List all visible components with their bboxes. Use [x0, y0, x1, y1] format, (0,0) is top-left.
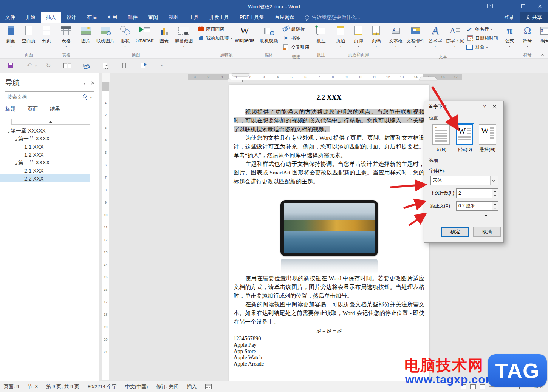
navigation-tab[interactable]: 页面 [28, 106, 45, 113]
doc-paragraph-selected[interactable]: 视频提供了功能强大的方法帮助您证明您的观点。当您单击联机视频时，可以在想要添加的… [234, 108, 424, 134]
font-select[interactable]: 宋体 [430, 176, 498, 185]
page-break-button[interactable]: 分页 [38, 23, 55, 44]
dialog-help-button[interactable]: ? [480, 104, 489, 109]
maximize-button[interactable] [515, 0, 531, 12]
text-box-button[interactable]: 文本框 [387, 23, 404, 47]
search-input[interactable] [5, 94, 82, 100]
ribbon-tab[interactable]: 视图 [163, 12, 184, 23]
two-page-view-icon[interactable] [63, 62, 71, 69]
tab-selector[interactable] [102, 73, 111, 82]
right-indent-marker[interactable] [419, 77, 437, 80]
ribbon-tab[interactable]: 引用 [102, 12, 122, 23]
dropcap-option-in-margin[interactable]: W 悬挂(M) [477, 124, 498, 153]
number-button[interactable]: 编号 [536, 23, 548, 44]
ribbon-tab[interactable]: 布局 [82, 12, 102, 23]
symbol-button[interactable]: 符号 [519, 23, 536, 47]
screenshot-button[interactable]: 屏幕截图 [173, 23, 194, 47]
tell-me-box[interactable]: 告诉我您想要做什么... [305, 12, 360, 23]
ribbon-tab[interactable]: 开发工具 [204, 12, 234, 23]
navigation-menu-icon[interactable] [84, 79, 91, 86]
ribbon-tab[interactable]: 工具 [184, 12, 204, 23]
signature-line-button[interactable]: 签名行 [466, 25, 498, 33]
lines-spinner[interactable] [492, 189, 498, 198]
chart-button[interactable]: 图表 [155, 23, 173, 44]
save-icon[interactable] [7, 62, 14, 69]
online-pictures-button[interactable]: 联机图片 [95, 23, 116, 44]
close-button[interactable] [531, 0, 548, 12]
share-button[interactable]: 共享 [520, 12, 548, 23]
navigation-close-icon[interactable] [91, 81, 94, 85]
distance-from-text-input[interactable]: 0.2 厘米 [456, 201, 498, 211]
cross-reference-button[interactable]: 交叉引用 [282, 43, 309, 51]
heading-tree-item[interactable]: 第一节 XXXX [0, 135, 90, 143]
dropcap-option-none[interactable]: w 无(N) [430, 124, 452, 153]
search-dropdown-icon[interactable] [89, 93, 94, 100]
distance-spinner[interactable] [492, 202, 498, 210]
toolbar-more-icon[interactable] [158, 62, 166, 69]
object-button[interactable]: 对象 [466, 43, 498, 51]
ribbon-tab[interactable]: 邮件 [122, 12, 143, 23]
status-item[interactable]: 页面: 9 [4, 383, 19, 390]
attachment-icon[interactable] [120, 62, 128, 69]
hyperlink-button[interactable]: 超链接 [282, 25, 309, 33]
jump-to-top-button[interactable] [11, 119, 90, 125]
lines-to-drop-input[interactable]: 2 [456, 188, 498, 198]
heading-tree-item[interactable]: 1.1 XXX [0, 143, 90, 151]
status-item[interactable]: 第 9 页, 共 9 页 [46, 383, 79, 390]
dropcap-option-dropped[interactable]: W 下沉(D) [454, 124, 475, 153]
drop-cap-button[interactable]: 首字下沉 [444, 23, 465, 47]
first-line-indent-marker[interactable] [232, 74, 249, 76]
status-item[interactable]: 节: 3 [27, 383, 37, 390]
ribbon-tab[interactable]: 文件 [0, 12, 20, 23]
heading-tree-item[interactable]: 第一章 XXXXX [0, 127, 90, 135]
left-indent-marker[interactable] [228, 80, 243, 82]
tree-expand-icon[interactable] [14, 136, 18, 142]
dialog-close-icon[interactable] [489, 103, 500, 110]
comment-button[interactable]: 批注 [312, 23, 330, 44]
blank-page-button[interactable]: 空白页 [20, 23, 37, 44]
tree-expand-icon[interactable] [14, 160, 18, 166]
wikipedia-button[interactable]: Wikipedia [233, 23, 256, 43]
page-number-button[interactable]: 页码 [367, 23, 385, 47]
store-button[interactable]: 应用商店 [197, 25, 232, 33]
heading-tree-item[interactable]: 第二节 XXXX [0, 159, 90, 167]
undo-icon[interactable] [26, 62, 33, 69]
ribbon-tab[interactable]: 插入 [41, 12, 61, 23]
search-box[interactable] [5, 91, 94, 102]
navigation-tab[interactable]: 结果 [50, 106, 67, 113]
sign-in-button[interactable]: 登录 [498, 14, 520, 21]
ok-button[interactable]: 确定 [441, 227, 469, 237]
heading-tree-item[interactable]: 2.1 XXX [0, 167, 90, 174]
online-video-button[interactable]: 联机视频 [258, 23, 279, 44]
status-item[interactable]: 80/2214 个字 [88, 383, 117, 390]
ribbon-tab[interactable]: 开始 [20, 12, 41, 23]
heading-tree-item[interactable]: 2.2 XXX [0, 174, 90, 182]
embedded-image[interactable] [234, 200, 424, 274]
collapse-ribbon-icon[interactable] [541, 54, 544, 57]
search-icon[interactable] [82, 94, 88, 99]
table-button[interactable]: 表格 [57, 23, 75, 47]
redo-icon[interactable] [45, 62, 52, 69]
ribbon-tab[interactable]: PDF工具集 [234, 12, 269, 23]
equation-button[interactable]: 公式 [501, 23, 518, 47]
shapes-button[interactable]: 形状 [116, 23, 134, 47]
date-time-button[interactable]: 日期和时间 [466, 34, 498, 42]
document-page[interactable]: 2.2 XXX 视频提供了功能强大的方法帮助您证明您的观点。当您单击联机视频时，… [229, 85, 429, 383]
ribbon-tab[interactable]: 审阅 [143, 12, 163, 23]
status-item[interactable]: 修订: 关闭 [156, 383, 178, 390]
select-chevron-icon[interactable] [490, 176, 498, 185]
send-mail-icon[interactable] [139, 62, 147, 69]
ribbon-tab[interactable]: 设计 [61, 12, 82, 23]
cancel-button[interactable]: 取消 [473, 227, 501, 237]
keyboard-status-icon[interactable] [205, 384, 212, 389]
smartart-button[interactable]: SmartArt [134, 23, 155, 43]
cover-page-button[interactable]: 封面 [2, 23, 20, 47]
heading-tree-item[interactable]: 1.2 XXX [0, 151, 90, 159]
ribbon-display-options-button[interactable] [481, 0, 498, 12]
quick-parts-button[interactable]: 文档部件 [405, 23, 426, 47]
print-preview-icon[interactable] [101, 62, 109, 69]
ribbon-tab[interactable]: 百度网盘 [269, 12, 300, 23]
pictures-button[interactable]: 图片 [77, 23, 94, 44]
minimize-button[interactable] [498, 0, 515, 12]
status-item[interactable]: 插入 [187, 383, 197, 390]
